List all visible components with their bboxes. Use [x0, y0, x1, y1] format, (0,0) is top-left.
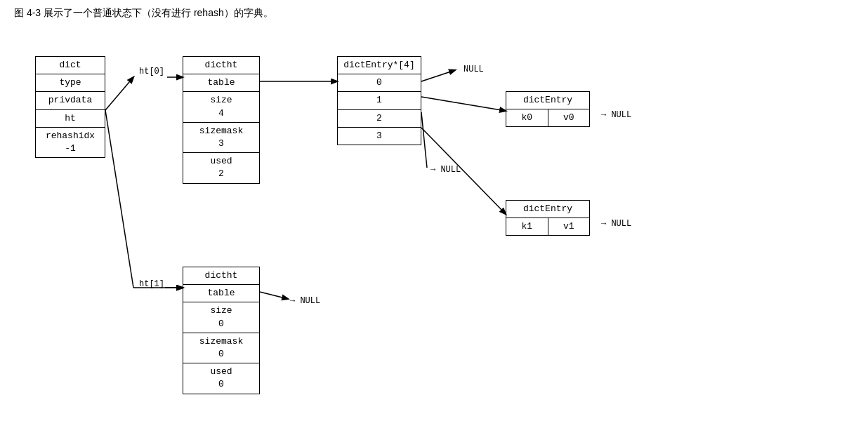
entry1-box: dictEntry k1 v1	[506, 200, 590, 236]
entry1-v1: v1	[548, 218, 590, 235]
null-label-entry1: → NULL	[601, 219, 631, 229]
dict-cell-dict: dict	[36, 57, 105, 74]
null-label-row2: → NULL	[430, 165, 461, 175]
ht0-label: ht[0]	[139, 67, 164, 76]
diagram-area: dict type privdata ht rehashidx-1 dictht…	[14, 28, 843, 421]
null-label-ht1table: → NULL	[290, 296, 320, 306]
dict-box: dict type privdata ht rehashidx-1	[35, 56, 105, 158]
ht1-table: table	[183, 285, 259, 302]
array-box: dictEntry*[4] 0 1 2 3	[337, 56, 421, 145]
ht0-table: table	[183, 74, 259, 92]
dict-cell-ht: ht	[36, 110, 105, 128]
ht0-header: dictht	[183, 57, 259, 74]
null-label-entry0: → NULL	[601, 110, 631, 120]
ht0-sizemask: sizemask3	[183, 123, 259, 153]
entry1-header: dictEntry	[506, 201, 589, 218]
svg-line-10	[260, 292, 288, 299]
entry0-v0: v0	[548, 109, 590, 126]
ht0-box: dictht table size4 sizemask3 used2	[183, 56, 260, 184]
array-header: dictEntry*[4]	[338, 57, 421, 74]
arrows-svg	[14, 28, 843, 421]
svg-line-0	[105, 77, 133, 110]
array-cell-1: 1	[338, 92, 421, 109]
array-cell-2: 2	[338, 110, 421, 128]
dict-cell-type: type	[36, 74, 105, 92]
svg-line-7	[421, 97, 506, 111]
null-label-top: NULL	[463, 65, 484, 74]
ht0-size: size4	[183, 92, 259, 122]
array-cell-3: 3	[338, 128, 421, 145]
ht1-size: size0	[183, 302, 259, 333]
svg-line-2	[105, 110, 133, 288]
dict-cell-privdata: privdata	[36, 92, 105, 109]
dict-cell-rehashidx: rehashidx-1	[36, 128, 105, 157]
ht1-header: dictht	[183, 267, 259, 285]
ht1-label: ht[1]	[139, 279, 164, 289]
entry0-header: dictEntry	[506, 92, 589, 109]
svg-line-6	[421, 70, 455, 81]
ht1-sizemask: sizemask0	[183, 333, 259, 363]
ht0-used: used2	[183, 153, 259, 182]
entry1-k1: k1	[506, 218, 548, 235]
ht1-box: dictht table size0 sizemask0 used0	[183, 267, 260, 394]
page-container: 图 4-3 展示了一个普通状态下（没有进行 rehash）的字典。 dict t…	[0, 0, 868, 435]
entry0-k0: k0	[506, 109, 548, 126]
svg-line-8	[421, 112, 427, 168]
entry0-box: dictEntry k0 v0	[506, 91, 590, 127]
page-title: 图 4-3 展示了一个普通状态下（没有进行 rehash）的字典。	[14, 7, 854, 20]
array-cell-0: 0	[338, 74, 421, 92]
ht1-used: used0	[183, 363, 259, 393]
